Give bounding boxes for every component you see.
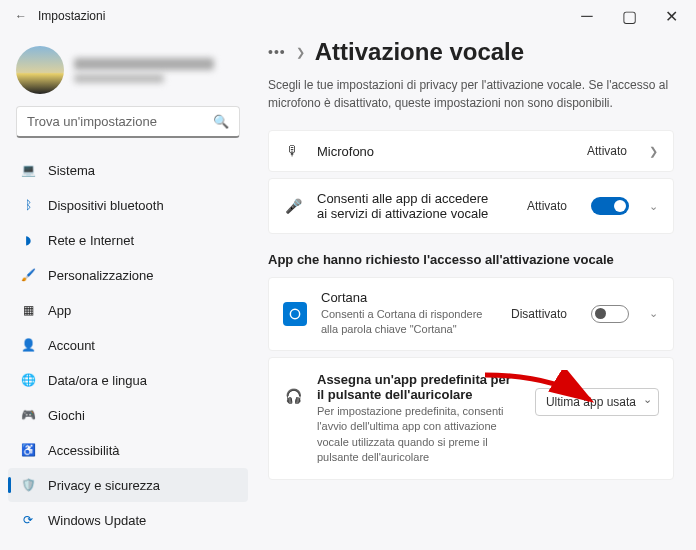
nav-dataora[interactable]: 🌐Data/ora e lingua — [8, 363, 248, 397]
allow-status: Attivato — [527, 199, 567, 213]
microphone-icon: 🎙 — [283, 143, 303, 159]
cortana-status: Disattivato — [511, 307, 567, 321]
gamepad-icon: 🎮 — [20, 407, 36, 423]
accessibility-icon: ♿ — [20, 442, 36, 458]
user-email — [74, 74, 164, 83]
chevron-down-icon[interactable]: ⌄ — [647, 200, 659, 213]
close-button[interactable]: ✕ — [650, 2, 692, 30]
user-name — [74, 58, 214, 70]
search-input[interactable]: Trova un'impostazione 🔍 — [16, 106, 240, 138]
section-heading: App che hanno richiesto l'accesso all'at… — [268, 252, 674, 267]
account-icon: 👤 — [20, 337, 36, 353]
card-microfono[interactable]: 🎙 Microfono Attivato ❯ — [268, 130, 674, 172]
search-icon: 🔍 — [213, 114, 229, 129]
page-description: Scegli le tue impostazioni di privacy pe… — [268, 76, 674, 112]
search-placeholder: Trova un'impostazione — [27, 114, 157, 129]
update-icon: ⟳ — [20, 512, 36, 528]
main-content: ••• ❯ Attivazione vocale Scegli le tue i… — [256, 32, 696, 550]
headset-app-dropdown[interactable]: Ultima app usata — [535, 388, 659, 416]
nav-personalizzazione[interactable]: 🖌️Personalizzazione — [8, 258, 248, 292]
nav-app[interactable]: ▦App — [8, 293, 248, 327]
cortana-toggle[interactable] — [591, 305, 629, 323]
nav-bluetooth[interactable]: ᛒDispositivi bluetooth — [8, 188, 248, 222]
apps-icon: ▦ — [20, 302, 36, 318]
nav-windowsupdate[interactable]: ⟳Windows Update — [8, 503, 248, 537]
nav-rete[interactable]: ◗Rete e Internet — [8, 223, 248, 257]
breadcrumb: ••• ❯ Attivazione vocale — [268, 38, 674, 66]
bluetooth-icon: ᛒ — [20, 197, 36, 213]
user-profile[interactable] — [6, 40, 250, 106]
svg-point-0 — [290, 309, 299, 318]
chevron-down-icon[interactable]: ⌄ — [647, 307, 659, 320]
breadcrumb-more[interactable]: ••• — [268, 44, 286, 60]
chevron-right-icon: ❯ — [296, 46, 305, 59]
globe-icon: 🌐 — [20, 372, 36, 388]
brush-icon: 🖌️ — [20, 267, 36, 283]
wifi-icon: ◗ — [20, 232, 36, 248]
window-title: Impostazioni — [38, 9, 105, 23]
cortana-icon — [283, 302, 307, 326]
allow-toggle[interactable] — [591, 197, 629, 215]
mic-status: Attivato — [587, 144, 627, 158]
nav-account[interactable]: 👤Account — [8, 328, 248, 362]
page-title: Attivazione vocale — [315, 38, 524, 66]
voice-icon: 🎤 — [283, 198, 303, 214]
nav-sistema[interactable]: 💻Sistema — [8, 153, 248, 187]
headset-icon: 🎧 — [283, 388, 303, 404]
shield-icon: 🛡️ — [20, 477, 36, 493]
card-allow-apps[interactable]: 🎤 Consenti alle app di accedere ai servi… — [268, 178, 674, 234]
card-cortana[interactable]: Cortana Consenti a Cortana di rispondere… — [268, 277, 674, 351]
nav-accessibilita[interactable]: ♿Accessibilità — [8, 433, 248, 467]
card-headset[interactable]: 🎧 Assegna un'app predefinita per il puls… — [268, 357, 674, 481]
nav-list: 💻Sistema ᛒDispositivi bluetooth ◗Rete e … — [6, 152, 250, 550]
nav-giochi[interactable]: 🎮Giochi — [8, 398, 248, 432]
back-button[interactable]: ← — [4, 9, 38, 23]
nav-privacy[interactable]: 🛡️Privacy e sicurezza — [8, 468, 248, 502]
avatar — [16, 46, 64, 94]
maximize-button[interactable]: ▢ — [608, 2, 650, 30]
chevron-right-icon: ❯ — [647, 145, 659, 158]
system-icon: 💻 — [20, 162, 36, 178]
minimize-button[interactable]: ─ — [566, 2, 608, 30]
sidebar: Trova un'impostazione 🔍 💻Sistema ᛒDispos… — [0, 32, 256, 550]
